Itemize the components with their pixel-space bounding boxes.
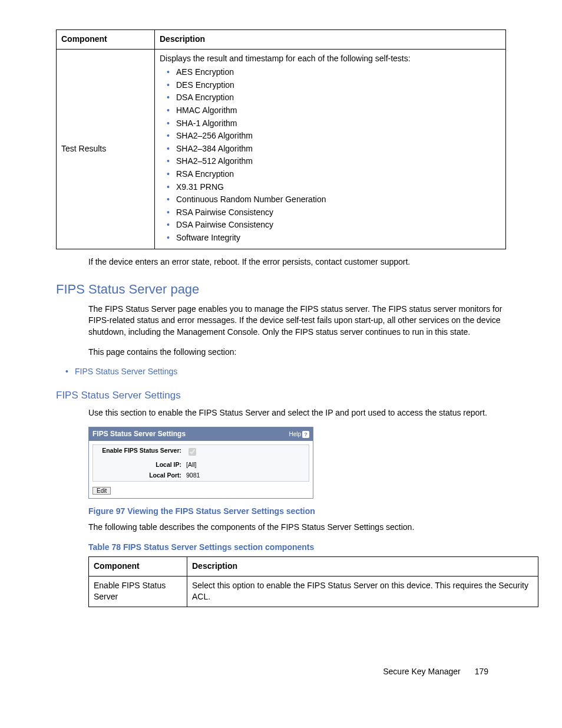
list-item: RSA Encryption — [167, 169, 501, 180]
figure-caption: Figure 97 Viewing the FIPS Status Server… — [88, 506, 506, 518]
table-row: Test Results Displays the result and tim… — [57, 49, 506, 249]
list-item: FIPS Status Server Settings — [65, 366, 506, 378]
page-footer: Secure Key Manager 179 — [56, 666, 506, 678]
fips-settings-widget: FIPS Status Server Settings Help ? Enabl… — [88, 427, 313, 498]
widget-row-enable: Enable FIPS Status Server: — [93, 445, 309, 459]
col-header-description: Description — [155, 30, 506, 50]
section-paragraph-1: The FIPS Status Server page enables you … — [88, 304, 506, 338]
subsection-paragraph: Use this section to enable the FIPS Stat… — [88, 407, 506, 419]
list-item: Software Integrity — [167, 232, 501, 244]
subsection-heading: FIPS Status Server Settings — [56, 388, 506, 403]
self-test-list: AES Encryption DES Encryption DSA Encryp… — [160, 67, 501, 243]
components-table-2: Component Description Enable FIPS Status… — [88, 556, 538, 607]
section-heading: FIPS Status Server page — [56, 281, 506, 299]
list-item: SHA-1 Algorithm — [167, 118, 501, 130]
error-state-note: If the device enters an error state, reb… — [88, 256, 506, 268]
list-item: DES Encryption — [167, 80, 501, 91]
widget-row-localport: Local Port: 9081 — [93, 470, 309, 481]
col-header-component: Component — [89, 557, 187, 577]
table-caption: Table 78 FIPS Status Server Settings sec… — [88, 542, 506, 554]
help-label: Help — [289, 430, 301, 439]
list-item: X9.31 PRNG — [167, 182, 501, 193]
col-header-component: Component — [57, 30, 155, 50]
list-item: SHA2–384 Algorithm — [167, 143, 501, 155]
table-row: Enable FIPS Status Server Select this op… — [89, 576, 538, 607]
local-ip-label: Local IP: — [93, 460, 186, 469]
cell-description: Select this option to enable the FIPS St… — [187, 576, 538, 607]
widget-titlebar: FIPS Status Server Settings Help ? — [89, 427, 313, 441]
after-figure-text: The following table describes the compon… — [88, 522, 506, 533]
cell-component: Enable FIPS Status Server — [89, 576, 187, 607]
section-link-list: FIPS Status Server Settings — [65, 366, 506, 378]
col-header-description: Description — [187, 557, 538, 577]
footer-doc-name: Secure Key Manager — [383, 667, 461, 676]
list-item: DSA Encryption — [167, 92, 501, 104]
components-table-1: Component Description Test Results Displ… — [56, 29, 506, 249]
description-intro: Displays the result and timestamp for ea… — [160, 53, 501, 65]
footer-page-number: 179 — [475, 667, 488, 676]
help-link[interactable]: Help ? — [289, 430, 309, 439]
local-port-label: Local Port: — [93, 471, 186, 480]
fips-settings-link[interactable]: FIPS Status Server Settings — [75, 367, 177, 376]
local-ip-value: [All] — [186, 460, 197, 469]
cell-description: Displays the result and timestamp for ea… — [155, 49, 506, 249]
list-item: AES Encryption — [167, 67, 501, 78]
list-item: SHA2–512 Algorithm — [167, 156, 501, 167]
widget-row-localip: Local IP: [All] — [93, 459, 309, 470]
list-item: DSA Pairwise Consistency — [167, 219, 501, 231]
list-item: RSA Pairwise Consistency — [167, 207, 501, 219]
list-item: SHA2–256 Algorithm — [167, 130, 501, 142]
local-port-value: 9081 — [186, 471, 200, 480]
section-paragraph-2: This page contains the following section… — [88, 347, 506, 358]
list-item: Continuous Random Number Generation — [167, 194, 501, 206]
edit-button[interactable]: Edit — [92, 487, 111, 495]
enable-checkbox[interactable] — [189, 448, 196, 456]
widget-title-text: FIPS Status Server Settings — [92, 429, 186, 439]
list-item: HMAC Algorithm — [167, 105, 501, 117]
cell-component: Test Results — [57, 49, 155, 249]
enable-label: Enable FIPS Status Server: — [93, 446, 186, 458]
help-icon: ? — [302, 431, 309, 438]
